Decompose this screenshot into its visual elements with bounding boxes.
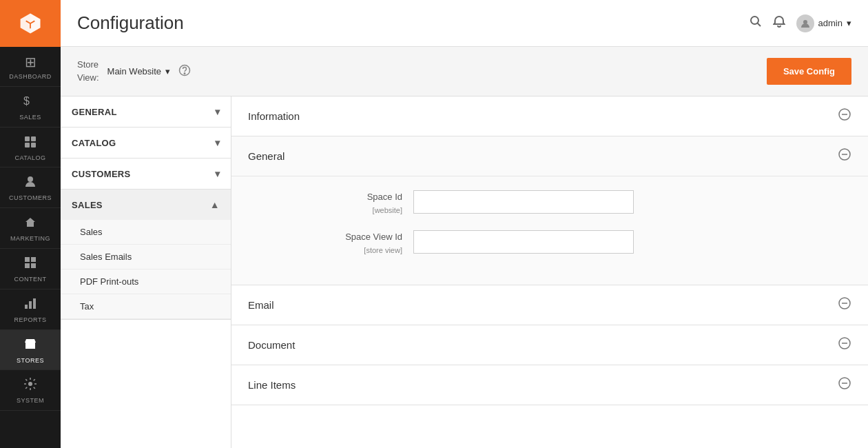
config-sub-item-sales-emails[interactable]: Sales Emails bbox=[61, 245, 231, 269]
config-section-catalog-header[interactable]: CATALOG ▾ bbox=[61, 128, 231, 158]
svg-rect-11 bbox=[29, 301, 32, 309]
information-toggle-icon bbox=[838, 108, 851, 125]
content-area: Store View: Main Website ▾ Save Config bbox=[61, 47, 868, 448]
svg-rect-12 bbox=[33, 298, 36, 309]
header: Configuration bbox=[61, 0, 868, 47]
svg-rect-4 bbox=[31, 143, 36, 147]
svg-rect-7 bbox=[31, 257, 36, 262]
dashboard-icon: ⊞ bbox=[25, 54, 37, 70]
sidebar-item-marketing[interactable]: MARKETING bbox=[0, 208, 61, 249]
admin-menu[interactable]: admin ▾ bbox=[796, 14, 851, 32]
sidebar-item-reports[interactable]: REPORTS bbox=[0, 289, 61, 330]
save-config-button[interactable]: Save Config bbox=[767, 58, 851, 85]
document-section-row[interactable]: Document bbox=[231, 325, 868, 365]
svg-rect-9 bbox=[31, 263, 36, 268]
sidebar-item-stores[interactable]: STORES bbox=[0, 330, 61, 371]
information-section-row[interactable]: Information bbox=[231, 96, 868, 136]
catalog-icon bbox=[23, 134, 37, 152]
sidebar-item-stores-label: STORES bbox=[17, 357, 44, 365]
store-view-chevron-icon: ▾ bbox=[165, 66, 170, 77]
sidebar-item-sales-label: SALES bbox=[19, 114, 41, 121]
customers-chevron-icon: ▾ bbox=[215, 168, 220, 179]
svg-rect-6 bbox=[25, 257, 30, 262]
sales-icon: $ bbox=[23, 94, 37, 111]
config-section-catalog: CATALOG ▾ bbox=[61, 128, 231, 159]
general-chevron-icon: ▾ bbox=[215, 106, 220, 117]
store-view-label: Store View: bbox=[77, 59, 99, 83]
sidebar: ⊞ DASHBOARD $ SALES CATALOG CUSTOMERS bbox=[0, 0, 61, 448]
stores-icon bbox=[23, 337, 37, 354]
sidebar-logo bbox=[0, 0, 61, 47]
page-title: Configuration bbox=[77, 12, 184, 34]
sidebar-item-dashboard[interactable]: ⊞ DASHBOARD bbox=[0, 47, 61, 87]
general-section-body: Space Id [website] Space View Id [store … bbox=[231, 176, 868, 285]
svg-rect-3 bbox=[25, 143, 30, 147]
line-items-section-row[interactable]: Line Items bbox=[231, 365, 868, 405]
config-section-sales-header[interactable]: SALES ▲ bbox=[61, 190, 231, 220]
space-view-id-label: Space View Id [store view] bbox=[248, 230, 413, 256]
admin-chevron-icon: ▾ bbox=[847, 18, 851, 28]
general-section-header[interactable]: General bbox=[231, 136, 868, 176]
svg-point-5 bbox=[28, 176, 33, 182]
store-view-left: Store View: Main Website ▾ bbox=[77, 59, 191, 83]
email-section-row[interactable]: Email bbox=[231, 285, 868, 325]
general-toggle-icon bbox=[838, 147, 851, 165]
help-icon[interactable] bbox=[178, 64, 191, 79]
two-col-layout: GENERAL ▾ CATALOG ▾ CUSTOMERS ▾ bbox=[61, 96, 868, 448]
svg-rect-2 bbox=[31, 136, 36, 141]
sidebar-item-customers[interactable]: CUSTOMERS bbox=[0, 167, 61, 208]
admin-username: admin bbox=[818, 18, 843, 28]
svg-point-15 bbox=[28, 382, 32, 386]
config-sub-item-pdf-print-outs[interactable]: PDF Print-outs bbox=[61, 269, 231, 294]
search-icon[interactable] bbox=[750, 15, 762, 31]
space-id-input[interactable] bbox=[413, 190, 634, 214]
left-panel: GENERAL ▾ CATALOG ▾ CUSTOMERS ▾ bbox=[61, 96, 231, 448]
config-section-general-header[interactable]: GENERAL ▾ bbox=[61, 96, 231, 127]
space-id-field-row: Space Id [website] bbox=[248, 190, 851, 216]
content-icon bbox=[23, 256, 37, 273]
config-section-customers-header[interactable]: CUSTOMERS ▾ bbox=[61, 159, 231, 189]
notification-bell-icon[interactable] bbox=[773, 15, 785, 31]
document-toggle-icon bbox=[838, 336, 851, 354]
svg-rect-14 bbox=[28, 345, 32, 349]
main-area: Configuration bbox=[61, 0, 868, 448]
sidebar-item-sales[interactable]: $ SALES bbox=[0, 87, 61, 128]
sidebar-item-content[interactable]: CONTENT bbox=[0, 249, 61, 289]
right-panel: Information General bbox=[231, 96, 868, 448]
reports-icon bbox=[23, 296, 37, 314]
sidebar-item-catalog-label: CATALOG bbox=[14, 154, 45, 162]
svg-text:$: $ bbox=[23, 95, 30, 107]
sidebar-item-content-label: CONTENT bbox=[14, 276, 47, 283]
config-section-general-label: GENERAL bbox=[72, 107, 117, 117]
space-id-label: Space Id [website] bbox=[248, 190, 413, 216]
catalog-chevron-icon: ▾ bbox=[215, 137, 220, 148]
svg-point-20 bbox=[184, 72, 185, 74]
space-view-id-input[interactable] bbox=[413, 230, 634, 254]
store-view-selected: Main Website bbox=[107, 66, 162, 77]
information-section-title: Information bbox=[248, 110, 300, 122]
config-section-general: GENERAL ▾ bbox=[61, 96, 231, 128]
sidebar-item-system[interactable]: SYSTEM bbox=[0, 370, 61, 411]
document-section-title: Document bbox=[248, 339, 295, 351]
sales-chevron-icon: ▲ bbox=[210, 199, 220, 210]
sidebar-item-marketing-label: MARKETING bbox=[10, 235, 50, 243]
admin-avatar bbox=[796, 14, 814, 32]
store-view-bar: Store View: Main Website ▾ Save Config bbox=[61, 47, 868, 96]
config-sub-item-tax[interactable]: Tax bbox=[61, 294, 231, 319]
sidebar-item-customers-label: CUSTOMERS bbox=[9, 194, 52, 202]
store-view-select[interactable]: Main Website ▾ bbox=[107, 66, 171, 77]
sidebar-item-catalog[interactable]: CATALOG bbox=[0, 128, 61, 168]
config-section-sales-label: SALES bbox=[72, 200, 103, 210]
svg-point-16 bbox=[751, 17, 758, 24]
customers-icon bbox=[23, 174, 37, 192]
config-section-customers: CUSTOMERS ▾ bbox=[61, 159, 231, 190]
config-section-catalog-label: CATALOG bbox=[72, 138, 116, 148]
email-toggle-icon bbox=[838, 296, 851, 314]
line-items-section-title: Line Items bbox=[248, 379, 296, 391]
system-icon bbox=[23, 377, 37, 394]
space-view-id-field-row: Space View Id [store view] bbox=[248, 230, 851, 256]
config-sub-item-sales[interactable]: Sales bbox=[61, 220, 231, 245]
sidebar-item-reports-label: REPORTS bbox=[14, 316, 47, 324]
sales-sub-items: Sales Sales Emails PDF Print-outs Tax bbox=[61, 220, 231, 319]
config-section-customers-label: CUSTOMERS bbox=[72, 169, 131, 179]
